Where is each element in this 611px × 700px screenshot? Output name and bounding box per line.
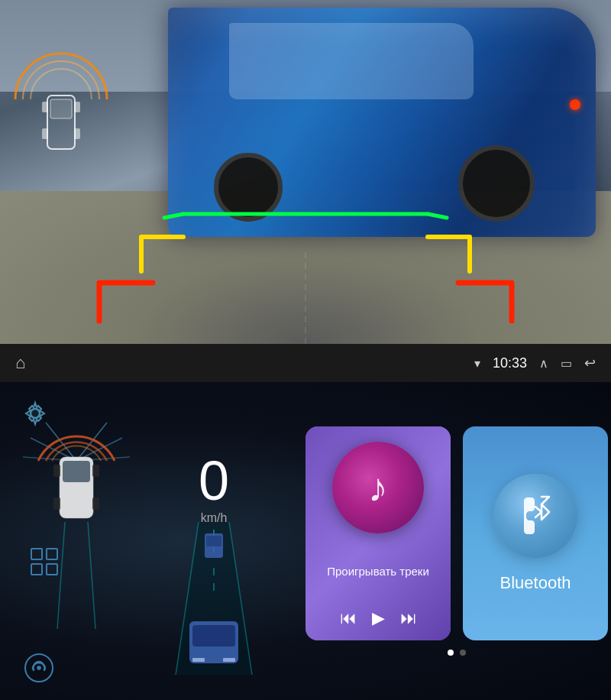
- next-button[interactable]: ⏭: [400, 608, 417, 628]
- svg-line-1: [164, 214, 183, 218]
- music-icon-circle: ♪: [332, 442, 424, 533]
- speed-value: 0: [199, 453, 229, 508]
- app-cell-4: [46, 563, 58, 575]
- cards-row: ♪ Проигрывать треки ⏮ ▶ ⏭: [306, 426, 608, 640]
- app-cell-1: [31, 548, 43, 560]
- road-svg: [153, 522, 275, 675]
- prev-button[interactable]: ⏮: [340, 608, 357, 628]
- music-controls: ⏮ ▶ ⏭: [340, 608, 417, 628]
- svg-line-23: [57, 522, 65, 629]
- status-bar: ⌂ ▾ 10:33 ∧ ▭ ↩: [0, 344, 611, 382]
- left-panel: [15, 392, 137, 690]
- bluetooth-label: Bluetooth: [500, 573, 571, 593]
- music-card-label: Проигрывать треки: [327, 565, 429, 578]
- svg-rect-5: [50, 99, 72, 118]
- bluetooth-phone-icon: [512, 493, 558, 539]
- svg-rect-6: [42, 102, 48, 112]
- right-cards: ♪ Проигрывать треки ⏮ ▶ ⏭: [290, 392, 608, 690]
- play-button[interactable]: ▶: [372, 608, 385, 628]
- road-view: [137, 522, 290, 675]
- sensor-visualization: [15, 415, 137, 629]
- svg-rect-9: [74, 128, 80, 139]
- home-icon: ⌂: [15, 353, 25, 372]
- carplay-button[interactable]: [24, 653, 53, 682]
- svg-point-25: [37, 666, 41, 670]
- wifi-icon: ▾: [474, 356, 480, 371]
- up-icon: ∧: [539, 356, 548, 371]
- svg-line-24: [88, 522, 95, 629]
- svg-rect-8: [42, 128, 48, 139]
- svg-rect-22: [92, 497, 99, 510]
- page-indicators: [306, 650, 608, 656]
- app-cell-3: [31, 563, 43, 575]
- dot-1: [448, 650, 454, 656]
- svg-rect-32: [206, 536, 221, 546]
- bluetooth-card[interactable]: Bluetooth: [463, 426, 608, 640]
- svg-rect-35: [192, 658, 205, 662]
- music-note-icon: ♪: [368, 465, 388, 510]
- svg-rect-18: [63, 461, 90, 482]
- dot-2: [460, 650, 466, 656]
- app-cell-2: [46, 548, 58, 560]
- svg-rect-36: [223, 658, 235, 662]
- svg-rect-20: [92, 465, 99, 477]
- camera-view: [0, 0, 611, 344]
- speed-panel: 0 km/h: [137, 392, 290, 690]
- dashboard: 0 km/h: [0, 382, 611, 700]
- back-icon: ↩: [584, 355, 596, 371]
- home-button[interactable]: ⌂: [15, 353, 25, 373]
- svg-rect-7: [74, 102, 80, 112]
- svg-rect-34: [192, 625, 235, 647]
- music-card[interactable]: ♪ Проигрывать треки ⏮ ▶ ⏭: [306, 426, 451, 640]
- svg-rect-21: [53, 497, 60, 510]
- status-time: 10:33: [493, 355, 527, 371]
- bluetooth-icon-circle: [493, 474, 577, 558]
- svg-line-2: [428, 214, 447, 218]
- windows-icon: ▭: [561, 356, 572, 371]
- sensor-arc-topleft: [8, 38, 115, 176]
- svg-rect-19: [53, 465, 60, 477]
